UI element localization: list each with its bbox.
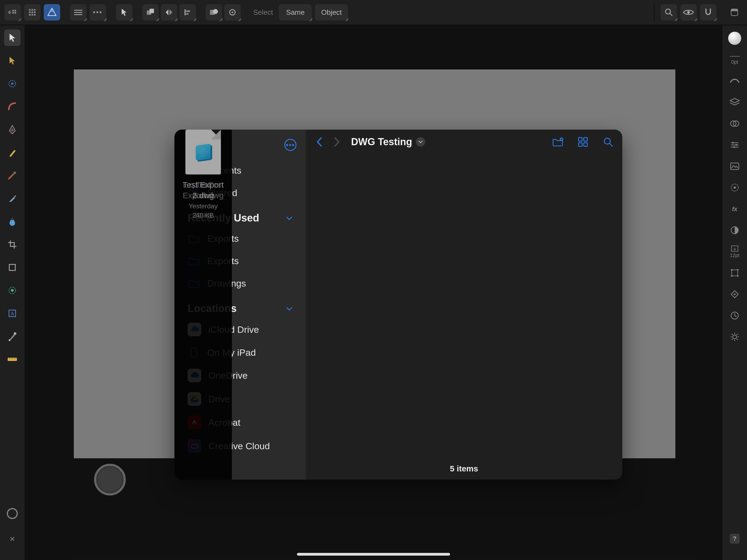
fx-panel-icon[interactable]: fx [728, 202, 741, 215]
svg-rect-15 [74, 14, 82, 15]
svg-point-31 [11, 129, 13, 131]
home-indicator [297, 553, 450, 556]
flip-horizontal-button[interactable] [161, 4, 177, 21]
svg-point-49 [733, 186, 736, 189]
svg-rect-8 [31, 11, 33, 13]
svg-point-59 [734, 294, 736, 295]
svg-point-30 [11, 82, 14, 85]
edit-menu-button[interactable]: ••• [90, 4, 106, 21]
shape-tool[interactable] [4, 259, 21, 276]
back-home-button[interactable] [4, 4, 21, 21]
svg-point-24 [232, 11, 233, 13]
svg-rect-11 [31, 14, 33, 16]
affinity-app-icon[interactable] [44, 4, 60, 21]
more-options-button[interactable]: ••• [284, 139, 297, 151]
fill-tool[interactable] [4, 213, 21, 230]
history-panel-icon[interactable] [728, 309, 741, 322]
svg-point-40 [9, 339, 10, 341]
svg-rect-17 [150, 9, 154, 13]
pen-tool[interactable] [4, 121, 21, 138]
file-name-label: Test Export 2.dwg [175, 179, 232, 201]
move-tool[interactable] [4, 29, 21, 46]
svg-point-46 [733, 146, 735, 148]
chevron-down-icon [286, 214, 292, 223]
svg-rect-41 [8, 358, 17, 361]
presets-panel-icon[interactable] [728, 181, 741, 194]
measure-tool[interactable] [4, 351, 21, 367]
point-transform-tool[interactable] [4, 75, 21, 92]
svg-point-33 [11, 219, 14, 220]
top-toolbar: ••• Select Same [0, 0, 747, 25]
file-picker-main: DWG Testing Export Test 3.dwg Ye [306, 130, 622, 480]
crop-tool[interactable] [4, 236, 21, 253]
artistic-text-tool[interactable]: A [4, 305, 21, 322]
brushes-panel-icon[interactable] [728, 74, 741, 87]
svg-rect-32 [13, 171, 16, 174]
path-title[interactable]: DWG Testing [351, 136, 425, 148]
navigator-panel-icon[interactable] [728, 288, 741, 301]
boolean-ops-button[interactable] [206, 4, 222, 21]
file-picker-header: DWG Testing [306, 130, 622, 154]
svg-point-56 [737, 269, 739, 271]
sliders-panel-icon[interactable] [728, 138, 741, 152]
knife-tool[interactable] [4, 190, 21, 207]
svg-rect-3 [15, 12, 16, 14]
svg-point-36 [11, 289, 14, 292]
chevron-down-icon [416, 137, 425, 147]
svg-point-26 [687, 11, 690, 14]
svg-rect-14 [74, 12, 82, 13]
node-tool[interactable] [4, 52, 21, 69]
transform-panel-icon[interactable] [728, 266, 741, 279]
help-button[interactable]: ? [730, 534, 740, 543]
view-grid-button[interactable] [576, 135, 590, 149]
layers-panel-icon[interactable] [728, 96, 741, 109]
color-swatch[interactable] [728, 32, 741, 45]
settings-panel-icon[interactable] [728, 330, 741, 343]
svg-rect-7 [29, 11, 31, 13]
new-folder-button[interactable] [551, 135, 564, 149]
vector-brush-tool[interactable] [4, 167, 21, 184]
zoom-button[interactable] [661, 4, 677, 21]
preview-button[interactable] [680, 4, 697, 21]
svg-rect-28 [731, 9, 738, 11]
file-size-label: 240 KB [192, 212, 214, 219]
align-button[interactable] [179, 4, 196, 21]
search-button[interactable] [601, 135, 615, 149]
svg-rect-5 [31, 9, 33, 11]
expand-panel-button[interactable] [726, 4, 743, 21]
snapping-button[interactable] [700, 4, 716, 21]
dwg-icon [196, 144, 210, 160]
file-item[interactable]: Test Export 2.dwg Yesterday 240 KB [175, 130, 232, 480]
stock-panel-icon[interactable] [728, 160, 741, 173]
adjustments-panel-icon[interactable] [728, 117, 741, 130]
svg-point-44 [732, 142, 734, 144]
color-picker-tool[interactable] [4, 328, 21, 345]
close-tool-icon[interactable]: × [9, 533, 15, 544]
svg-point-39 [14, 332, 17, 335]
nav-back-button[interactable] [313, 136, 325, 148]
svg-rect-68 [584, 137, 587, 141]
pencil-tool[interactable] [4, 144, 21, 161]
text-panel-icon[interactable]: a 12pt [728, 245, 741, 258]
move-tool-button[interactable] [116, 4, 132, 21]
grid-button[interactable] [24, 4, 41, 21]
corner-tool[interactable] [4, 98, 21, 115]
stroke-panel-icon[interactable]: 0pt [728, 53, 741, 66]
svg-rect-20 [186, 13, 188, 15]
svg-rect-18 [185, 9, 186, 15]
styles-panel-icon[interactable] [728, 224, 741, 237]
svg-rect-1 [15, 10, 16, 11]
svg-point-22 [213, 9, 218, 14]
document-menu-button[interactable] [70, 4, 86, 21]
svg-point-58 [737, 275, 739, 277]
select-object-button[interactable]: Object [315, 4, 348, 21]
left-tool-column: A × [0, 26, 25, 560]
select-same-button[interactable]: Same [279, 4, 312, 21]
file-grid: Export Test 3.dwg Yesterday 949 KB Expor… [306, 154, 622, 458]
insert-target-button[interactable] [224, 4, 241, 21]
shape-builder-tool[interactable] [4, 282, 21, 299]
arrange-button[interactable] [142, 4, 159, 21]
svg-rect-34 [9, 264, 15, 271]
file-picker-footer: 5 items [306, 458, 622, 480]
svg-point-55 [731, 269, 732, 271]
